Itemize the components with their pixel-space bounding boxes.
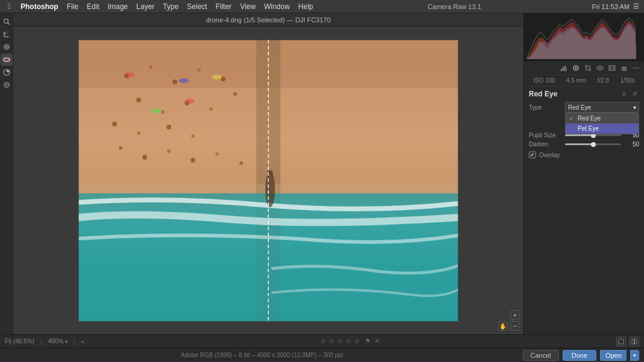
tool-zoom[interactable] xyxy=(1,16,13,28)
svg-point-16 xyxy=(149,65,153,69)
reset-icon[interactable]: ↺ xyxy=(631,90,639,98)
svg-point-34 xyxy=(239,161,243,165)
menu-layer[interactable]: Layer xyxy=(133,1,158,12)
star-4[interactable]: ☆ xyxy=(346,337,352,345)
bottom-bar: Adobe RGB (1998) – 8 bit – 4000 x 3000 (… xyxy=(0,348,644,362)
menu-file[interactable]: File xyxy=(63,1,82,12)
hand-tool-button[interactable]: ✋ xyxy=(498,321,508,331)
panel-filmstrip-icon[interactable] xyxy=(607,63,617,73)
image-info: Adobe RGB (1998) – 8 bit – 4000 x 3000 (… xyxy=(181,352,343,358)
svg-rect-62 xyxy=(619,339,623,344)
canvas-title: drone-4.dng (1/5 Selected) — DJI FC3170 xyxy=(206,16,331,23)
svg-point-38 xyxy=(152,108,162,113)
tool-mask[interactable] xyxy=(1,66,13,78)
menu-window[interactable]: Window xyxy=(260,1,294,12)
done-button[interactable]: Done xyxy=(563,350,596,361)
reject-icon[interactable]: ✕ xyxy=(374,337,380,345)
tool-red-eye[interactable] xyxy=(1,54,13,66)
panel-more-icon[interactable] xyxy=(631,63,642,73)
svg-rect-57 xyxy=(622,69,627,70)
checkmark-icon: ✓ xyxy=(569,116,575,122)
svg-point-33 xyxy=(215,152,219,156)
svg-point-9 xyxy=(5,84,8,86)
darken-label: Darken xyxy=(529,141,565,148)
pupil-size-track[interactable] xyxy=(565,134,621,136)
menu-select[interactable]: Select xyxy=(183,1,210,12)
histogram-area xyxy=(524,13,644,61)
canvas-area: drone-4.dng (1/5 Selected) — DJI FC3170 xyxy=(13,13,523,334)
zoom-percent[interactable]: 400% ▾ xyxy=(48,338,68,345)
compare-view-button[interactable] xyxy=(630,337,639,346)
svg-point-28 xyxy=(191,134,195,138)
svg-line-1 xyxy=(8,23,10,25)
app-name-menu[interactable]: Photoshop xyxy=(17,1,62,12)
type-dropdown-menu: ✓ Red Eye Pet Eye xyxy=(565,113,639,134)
status-right xyxy=(616,337,639,346)
bottom-info-text: Adobe RGB (1998) – 8 bit – 4000 x 3000 (… xyxy=(5,352,519,358)
tool-adjust[interactable] xyxy=(1,79,13,91)
zoom-level-text: Fit (46.6%) xyxy=(5,338,34,345)
menu-image[interactable]: Image xyxy=(104,1,131,12)
tool-crop[interactable] xyxy=(1,28,13,40)
menu-edit[interactable]: Edit xyxy=(83,1,103,12)
apple-icon[interactable]:  xyxy=(5,2,13,11)
svg-point-52 xyxy=(599,67,601,69)
svg-point-31 xyxy=(167,149,171,153)
menu-help[interactable]: Help xyxy=(295,1,317,12)
tool-heal[interactable] xyxy=(1,41,13,53)
type-option-red-eye[interactable]: ✓ Red Eye xyxy=(566,113,639,123)
type-option-pet-eye[interactable]: Pet Eye xyxy=(566,123,639,134)
auto-icon[interactable]: A xyxy=(620,90,628,98)
darken-track[interactable] xyxy=(565,143,621,145)
zoom-out-button[interactable]: − xyxy=(510,321,520,331)
panel-crop-icon[interactable] xyxy=(582,63,593,73)
svg-rect-55 xyxy=(613,66,614,70)
exif-focal: 4.5 mm xyxy=(566,77,586,84)
panel-histogram-icon[interactable] xyxy=(558,63,569,73)
histogram-chart xyxy=(526,16,636,59)
canvas-image-container[interactable] xyxy=(13,27,523,334)
red-eye-section: Red Eye A ↺ Type Red Eye ▾ ✓ xyxy=(524,86,644,163)
zoom-in-button[interactable]: + xyxy=(510,310,520,320)
svg-point-0 xyxy=(4,19,8,23)
option-label-pet-eye: Pet Eye xyxy=(578,125,599,132)
section-header-icons: A ↺ xyxy=(620,90,639,98)
menu-type[interactable]: Type xyxy=(159,1,182,12)
right-panel: ISO 100 4.5 mm f/2.8 1/50s Red Eye A ↺ T… xyxy=(523,13,644,334)
type-field-row: Type Red Eye ▾ ✓ Red Eye Pe xyxy=(529,102,639,113)
dropdown-chevron-icon: ▾ xyxy=(633,104,636,111)
svg-point-36 xyxy=(179,78,189,83)
overlay-checkbox[interactable]: ✓ xyxy=(529,151,536,158)
open-dropdown-button[interactable]: ▾ xyxy=(630,350,639,361)
panel-settings-icon[interactable] xyxy=(570,63,581,73)
star-1[interactable]: ☆ xyxy=(320,337,326,345)
type-dropdown-button[interactable]: Red Eye ▾ xyxy=(565,102,639,113)
flag-icon[interactable]: ⚑ xyxy=(365,337,371,345)
star-2[interactable]: ☆ xyxy=(329,337,335,345)
pupil-size-label: Pupil Size xyxy=(529,132,565,139)
open-button[interactable]: Open xyxy=(600,350,627,361)
menu-view[interactable]: View xyxy=(236,1,259,12)
cancel-button[interactable]: Cancel xyxy=(523,350,559,361)
panel-eye-icon[interactable] xyxy=(595,63,605,73)
menu-filter[interactable]: Filter xyxy=(212,1,235,12)
red-eye-title: Red Eye xyxy=(529,90,557,98)
filmstrip-arrow-left[interactable]: ◂ xyxy=(81,339,84,345)
svg-point-50 xyxy=(575,67,577,69)
darken-thumb[interactable] xyxy=(591,142,596,147)
star-5[interactable]: ☆ xyxy=(354,337,360,345)
star-3[interactable]: ☆ xyxy=(337,337,343,345)
menu-bar-center-title: Camera Raw 13.1 xyxy=(318,3,590,10)
type-dropdown-container: Red Eye ▾ ✓ Red Eye Pet Eye xyxy=(565,102,639,113)
svg-rect-45 xyxy=(561,69,562,71)
panel-layers-icon[interactable] xyxy=(619,63,630,73)
overlay-row: ✓ Overlay xyxy=(529,151,639,158)
overlay-label: Overlay xyxy=(539,152,560,158)
single-view-button[interactable] xyxy=(616,337,626,346)
svg-point-17 xyxy=(172,80,177,84)
svg-point-18 xyxy=(197,68,201,72)
svg-point-24 xyxy=(233,92,237,96)
darken-value[interactable]: 50 xyxy=(623,141,639,148)
svg-rect-56 xyxy=(622,67,627,68)
svg-point-37 xyxy=(212,75,222,80)
